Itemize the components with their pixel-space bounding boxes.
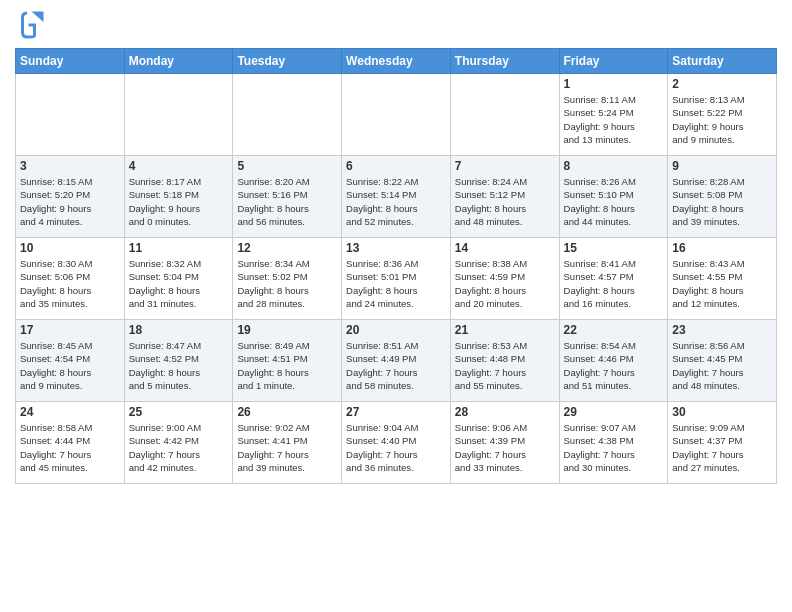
calendar-day-cell: 15Sunrise: 8:41 AM Sunset: 4:57 PM Dayli…: [559, 238, 668, 320]
day-info: Sunrise: 8:34 AM Sunset: 5:02 PM Dayligh…: [237, 257, 337, 310]
calendar-day-cell: 18Sunrise: 8:47 AM Sunset: 4:52 PM Dayli…: [124, 320, 233, 402]
day-number: 16: [672, 241, 772, 255]
calendar-day-cell: 5Sunrise: 8:20 AM Sunset: 5:16 PM Daylig…: [233, 156, 342, 238]
day-number: 8: [564, 159, 664, 173]
day-number: 11: [129, 241, 229, 255]
day-number: 25: [129, 405, 229, 419]
calendar-day-cell: 4Sunrise: 8:17 AM Sunset: 5:18 PM Daylig…: [124, 156, 233, 238]
day-info: Sunrise: 8:26 AM Sunset: 5:10 PM Dayligh…: [564, 175, 664, 228]
day-number: 12: [237, 241, 337, 255]
day-number: 27: [346, 405, 446, 419]
calendar-table: SundayMondayTuesdayWednesdayThursdayFrid…: [15, 48, 777, 484]
weekday-header: Wednesday: [342, 49, 451, 74]
day-info: Sunrise: 8:45 AM Sunset: 4:54 PM Dayligh…: [20, 339, 120, 392]
day-info: Sunrise: 8:28 AM Sunset: 5:08 PM Dayligh…: [672, 175, 772, 228]
weekday-header: Sunday: [16, 49, 125, 74]
calendar-day-cell: 25Sunrise: 9:00 AM Sunset: 4:42 PM Dayli…: [124, 402, 233, 484]
day-number: 14: [455, 241, 555, 255]
day-number: 30: [672, 405, 772, 419]
calendar-day-cell: [16, 74, 125, 156]
weekday-header: Thursday: [450, 49, 559, 74]
day-info: Sunrise: 8:30 AM Sunset: 5:06 PM Dayligh…: [20, 257, 120, 310]
page-container: SundayMondayTuesdayWednesdayThursdayFrid…: [0, 0, 792, 494]
calendar-week-row: 17Sunrise: 8:45 AM Sunset: 4:54 PM Dayli…: [16, 320, 777, 402]
calendar-week-row: 10Sunrise: 8:30 AM Sunset: 5:06 PM Dayli…: [16, 238, 777, 320]
logo: [15, 10, 49, 40]
calendar-day-cell: 8Sunrise: 8:26 AM Sunset: 5:10 PM Daylig…: [559, 156, 668, 238]
calendar-day-cell: 27Sunrise: 9:04 AM Sunset: 4:40 PM Dayli…: [342, 402, 451, 484]
day-number: 28: [455, 405, 555, 419]
calendar-day-cell: 19Sunrise: 8:49 AM Sunset: 4:51 PM Dayli…: [233, 320, 342, 402]
day-info: Sunrise: 8:38 AM Sunset: 4:59 PM Dayligh…: [455, 257, 555, 310]
day-info: Sunrise: 9:00 AM Sunset: 4:42 PM Dayligh…: [129, 421, 229, 474]
calendar-day-cell: 12Sunrise: 8:34 AM Sunset: 5:02 PM Dayli…: [233, 238, 342, 320]
calendar-day-cell: 30Sunrise: 9:09 AM Sunset: 4:37 PM Dayli…: [668, 402, 777, 484]
day-number: 2: [672, 77, 772, 91]
logo-icon: [15, 10, 45, 40]
header: [15, 10, 777, 40]
weekday-header: Saturday: [668, 49, 777, 74]
calendar-day-cell: 22Sunrise: 8:54 AM Sunset: 4:46 PM Dayli…: [559, 320, 668, 402]
day-info: Sunrise: 9:09 AM Sunset: 4:37 PM Dayligh…: [672, 421, 772, 474]
day-info: Sunrise: 8:36 AM Sunset: 5:01 PM Dayligh…: [346, 257, 446, 310]
weekday-header: Friday: [559, 49, 668, 74]
calendar-header-row: SundayMondayTuesdayWednesdayThursdayFrid…: [16, 49, 777, 74]
calendar-day-cell: [450, 74, 559, 156]
calendar-day-cell: 28Sunrise: 9:06 AM Sunset: 4:39 PM Dayli…: [450, 402, 559, 484]
calendar-day-cell: 16Sunrise: 8:43 AM Sunset: 4:55 PM Dayli…: [668, 238, 777, 320]
day-info: Sunrise: 8:53 AM Sunset: 4:48 PM Dayligh…: [455, 339, 555, 392]
calendar-day-cell: 6Sunrise: 8:22 AM Sunset: 5:14 PM Daylig…: [342, 156, 451, 238]
day-info: Sunrise: 9:07 AM Sunset: 4:38 PM Dayligh…: [564, 421, 664, 474]
day-info: Sunrise: 8:13 AM Sunset: 5:22 PM Dayligh…: [672, 93, 772, 146]
weekday-header: Tuesday: [233, 49, 342, 74]
day-info: Sunrise: 8:58 AM Sunset: 4:44 PM Dayligh…: [20, 421, 120, 474]
calendar-day-cell: 11Sunrise: 8:32 AM Sunset: 5:04 PM Dayli…: [124, 238, 233, 320]
day-number: 26: [237, 405, 337, 419]
calendar-day-cell: [124, 74, 233, 156]
calendar-day-cell: 17Sunrise: 8:45 AM Sunset: 4:54 PM Dayli…: [16, 320, 125, 402]
day-number: 15: [564, 241, 664, 255]
calendar-week-row: 1Sunrise: 8:11 AM Sunset: 5:24 PM Daylig…: [16, 74, 777, 156]
day-number: 23: [672, 323, 772, 337]
day-number: 20: [346, 323, 446, 337]
day-info: Sunrise: 9:02 AM Sunset: 4:41 PM Dayligh…: [237, 421, 337, 474]
calendar-day-cell: 7Sunrise: 8:24 AM Sunset: 5:12 PM Daylig…: [450, 156, 559, 238]
calendar-day-cell: [233, 74, 342, 156]
day-info: Sunrise: 8:47 AM Sunset: 4:52 PM Dayligh…: [129, 339, 229, 392]
calendar-day-cell: 2Sunrise: 8:13 AM Sunset: 5:22 PM Daylig…: [668, 74, 777, 156]
day-info: Sunrise: 9:04 AM Sunset: 4:40 PM Dayligh…: [346, 421, 446, 474]
weekday-header: Monday: [124, 49, 233, 74]
day-number: 6: [346, 159, 446, 173]
calendar-day-cell: 26Sunrise: 9:02 AM Sunset: 4:41 PM Dayli…: [233, 402, 342, 484]
day-number: 21: [455, 323, 555, 337]
day-number: 18: [129, 323, 229, 337]
calendar-day-cell: 9Sunrise: 8:28 AM Sunset: 5:08 PM Daylig…: [668, 156, 777, 238]
day-number: 9: [672, 159, 772, 173]
calendar-day-cell: 1Sunrise: 8:11 AM Sunset: 5:24 PM Daylig…: [559, 74, 668, 156]
day-info: Sunrise: 9:06 AM Sunset: 4:39 PM Dayligh…: [455, 421, 555, 474]
day-info: Sunrise: 8:32 AM Sunset: 5:04 PM Dayligh…: [129, 257, 229, 310]
day-info: Sunrise: 8:20 AM Sunset: 5:16 PM Dayligh…: [237, 175, 337, 228]
calendar-week-row: 3Sunrise: 8:15 AM Sunset: 5:20 PM Daylig…: [16, 156, 777, 238]
day-info: Sunrise: 8:49 AM Sunset: 4:51 PM Dayligh…: [237, 339, 337, 392]
day-info: Sunrise: 8:56 AM Sunset: 4:45 PM Dayligh…: [672, 339, 772, 392]
calendar-day-cell: 10Sunrise: 8:30 AM Sunset: 5:06 PM Dayli…: [16, 238, 125, 320]
day-info: Sunrise: 8:41 AM Sunset: 4:57 PM Dayligh…: [564, 257, 664, 310]
day-number: 22: [564, 323, 664, 337]
day-number: 19: [237, 323, 337, 337]
day-info: Sunrise: 8:22 AM Sunset: 5:14 PM Dayligh…: [346, 175, 446, 228]
day-number: 1: [564, 77, 664, 91]
day-number: 4: [129, 159, 229, 173]
calendar-day-cell: 3Sunrise: 8:15 AM Sunset: 5:20 PM Daylig…: [16, 156, 125, 238]
calendar-day-cell: 29Sunrise: 9:07 AM Sunset: 4:38 PM Dayli…: [559, 402, 668, 484]
day-number: 5: [237, 159, 337, 173]
day-info: Sunrise: 8:24 AM Sunset: 5:12 PM Dayligh…: [455, 175, 555, 228]
day-number: 24: [20, 405, 120, 419]
day-info: Sunrise: 8:15 AM Sunset: 5:20 PM Dayligh…: [20, 175, 120, 228]
day-number: 17: [20, 323, 120, 337]
day-info: Sunrise: 8:11 AM Sunset: 5:24 PM Dayligh…: [564, 93, 664, 146]
calendar-day-cell: 14Sunrise: 8:38 AM Sunset: 4:59 PM Dayli…: [450, 238, 559, 320]
day-number: 13: [346, 241, 446, 255]
day-info: Sunrise: 8:51 AM Sunset: 4:49 PM Dayligh…: [346, 339, 446, 392]
calendar-week-row: 24Sunrise: 8:58 AM Sunset: 4:44 PM Dayli…: [16, 402, 777, 484]
